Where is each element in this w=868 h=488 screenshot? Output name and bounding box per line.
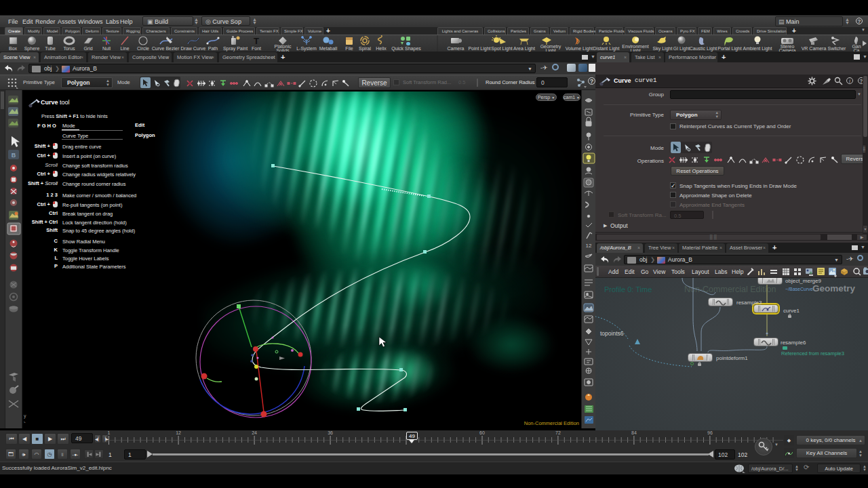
svg-text:T: T (254, 36, 259, 46)
svg-text:Distant Light: Distant Light (593, 46, 620, 52)
svg-text:24: 24 (252, 430, 257, 435)
svg-text:Quick Shapes: Quick Shapes (391, 46, 421, 52)
svg-text:Path: Path (208, 46, 218, 51)
svg-text:Ambient Light: Ambient Light (743, 46, 772, 52)
svg-text:Null: Null (102, 46, 111, 51)
svg-text:Curve Bezier: Curve Bezier (152, 46, 180, 51)
svg-text:Portal Light: Portal Light (717, 46, 741, 52)
svg-text:Tube: Tube (45, 46, 56, 51)
svg-text:12: 12 (586, 243, 592, 249)
svg-text:Area Light: Area Light (513, 46, 535, 52)
svg-text:Draw Curve: Draw Curve (181, 46, 206, 51)
svg-text:Point Light: Point Light (468, 46, 490, 52)
svg-text:Sphere: Sphere (24, 46, 40, 52)
svg-text:Caustic Light: Caustic Light (690, 46, 717, 52)
svg-text:GI Light: GI Light (673, 46, 690, 52)
svg-text:Circle: Circle (137, 46, 149, 51)
svg-text:12: 12 (176, 430, 181, 435)
svg-text:Font: Font (252, 46, 261, 51)
svg-text:84: 84 (631, 430, 637, 435)
svg-text:60: 60 (479, 430, 485, 435)
svg-text:B: B (12, 152, 16, 159)
svg-text:Metaball: Metaball (319, 46, 338, 51)
svg-text:Spot Light: Spot Light (491, 46, 513, 52)
svg-text:L-System: L-System (296, 46, 317, 52)
svg-text:96: 96 (707, 430, 713, 435)
svg-text:Spray Paint: Spray Paint (223, 46, 248, 52)
svg-text:Box: Box (9, 46, 18, 51)
svg-text:Torus: Torus (63, 46, 75, 51)
svg-text:Line: Line (120, 46, 129, 51)
svg-text:Camera: Camera (448, 46, 465, 51)
svg-text:Spiral: Spiral (359, 46, 371, 52)
svg-text:36: 36 (328, 430, 333, 435)
svg-text:Switcher: Switcher (828, 46, 847, 51)
svg-text:File: File (345, 46, 353, 51)
svg-text:Helix: Helix (376, 46, 387, 51)
svg-text:72: 72 (555, 430, 561, 435)
svg-text:Sky Light: Sky Light (653, 46, 673, 52)
svg-text:Grid: Grid (83, 46, 92, 51)
svg-text:1: 1 (108, 430, 111, 435)
svg-text:VR Camera: VR Camera (802, 46, 827, 51)
svg-text:Volume Light: Volume Light (566, 46, 593, 52)
